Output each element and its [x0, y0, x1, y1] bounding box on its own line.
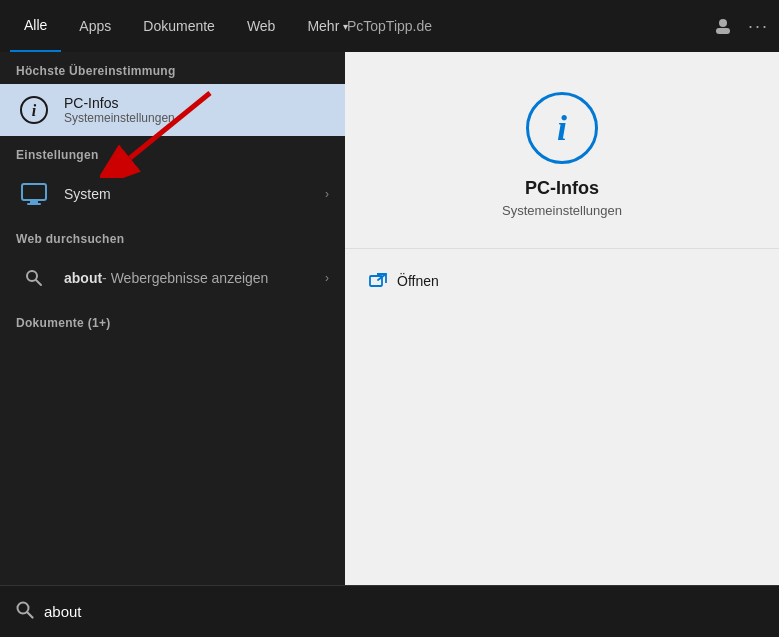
svg-rect-9	[27, 203, 41, 205]
web-chevron-icon: ›	[325, 271, 329, 285]
nav-right-icons: ···	[714, 16, 769, 37]
about-web-text: about- Webergebnisse anzeigen	[64, 270, 268, 286]
svg-line-15	[28, 612, 33, 617]
pc-infos-icon: i	[16, 92, 52, 128]
section-header-dokumente: Dokumente (1+)	[0, 304, 345, 336]
pc-infos-text: PC-Infos Systemeinstellungen	[64, 95, 175, 125]
svg-rect-7	[22, 184, 46, 200]
detail-title: PC-Infos	[525, 178, 599, 199]
about-web-title: about- Webergebnisse anzeigen	[64, 270, 268, 286]
search-icon	[16, 601, 34, 623]
pc-infos-subtitle: Systemeinstellungen	[64, 111, 175, 125]
system-text: System	[64, 186, 111, 202]
search-input[interactable]	[44, 603, 763, 620]
person-icon-button[interactable]	[714, 17, 732, 35]
top-nav: Alle Apps Dokumente Web Mehr ▾ PcTopTipp…	[0, 0, 779, 52]
detail-subtitle: Systemeinstellungen	[502, 203, 622, 218]
section-header-einstellungen: Einstellungen	[0, 136, 345, 168]
open-icon	[369, 273, 387, 289]
more-options-icon[interactable]: ···	[748, 16, 769, 37]
tab-alle[interactable]: Alle	[10, 0, 61, 52]
main-content: Höchste Übereinstimmung i PC-Infos Syste…	[0, 52, 779, 585]
nav-title: PcTopTipp.de	[347, 18, 432, 34]
svg-text:i: i	[32, 102, 37, 119]
detail-header: i PC-Infos Systemeinstellungen	[345, 52, 779, 249]
svg-rect-8	[30, 200, 38, 203]
detail-actions: Öffnen	[345, 249, 779, 313]
action-open[interactable]: Öffnen	[369, 269, 755, 293]
tab-apps[interactable]: Apps	[65, 0, 125, 52]
pc-infos-title: PC-Infos	[64, 95, 175, 111]
system-monitor-icon	[16, 176, 52, 212]
right-panel: i PC-Infos Systemeinstellungen Öffnen	[345, 52, 779, 585]
system-title: System	[64, 186, 111, 202]
open-label: Öffnen	[397, 273, 439, 289]
web-search-icon	[16, 260, 52, 296]
section-header-best-match: Höchste Übereinstimmung	[0, 52, 345, 84]
tab-web[interactable]: Web	[233, 0, 290, 52]
detail-info-icon: i	[557, 107, 567, 149]
svg-point-3	[719, 19, 727, 27]
nav-tabs: Alle Apps Dokumente Web Mehr ▾	[10, 0, 362, 52]
detail-icon-circle: i	[526, 92, 598, 164]
section-header-web: Web durchsuchen	[0, 220, 345, 252]
left-panel: Höchste Übereinstimmung i PC-Infos Syste…	[0, 52, 345, 585]
svg-line-11	[36, 280, 41, 285]
system-chevron-icon: ›	[325, 187, 329, 201]
result-pc-infos[interactable]: i PC-Infos Systemeinstellungen	[0, 84, 345, 136]
result-system[interactable]: System ›	[0, 168, 345, 220]
result-about-web[interactable]: about- Webergebnisse anzeigen ›	[0, 252, 345, 304]
svg-rect-2	[716, 28, 730, 34]
tab-dokumente[interactable]: Dokumente	[129, 0, 229, 52]
search-bar	[0, 585, 779, 637]
